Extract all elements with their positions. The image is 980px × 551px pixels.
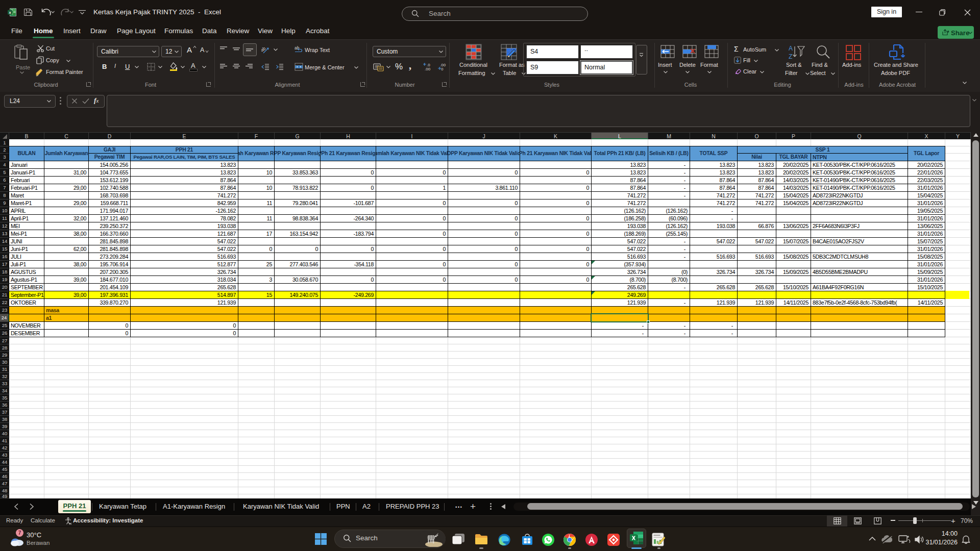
svg-text:A: A xyxy=(789,45,793,52)
svg-text:.00: .00 xyxy=(425,67,431,71)
svg-text:0: 0 xyxy=(441,67,444,71)
svg-text:ab: ab xyxy=(261,46,266,53)
svg-text:Z: Z xyxy=(789,53,792,60)
